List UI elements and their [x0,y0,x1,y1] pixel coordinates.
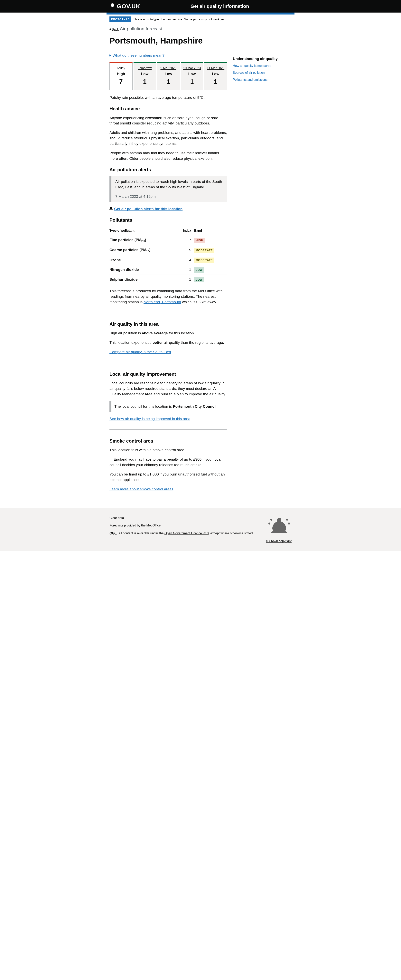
col-index: Index [176,226,194,235]
forecast-tabs: Today High 7 Tomorrow Low 1 9 Mar 2023 L… [109,62,227,90]
phase-banner: PROTOTYPE This is a prototype of a new s… [109,14,292,24]
bell-icon [109,206,113,212]
pollutant-name: Fine particles (PM2.5) [109,235,176,245]
sidebar: Understanding air quality How air qualit… [233,53,292,496]
table-row: Ozone4MODERATE [109,255,227,265]
details-summary[interactable]: What do these numbers mean? [109,53,227,58]
alert-text: Air pollution is expected to reach high … [115,179,224,190]
pollutant-band: LOW [194,275,227,285]
tab-day3[interactable]: 9 Mar 2023 Low 1 [157,62,180,90]
area-heading: Air quality in this area [109,321,227,328]
met-office-link[interactable]: Met Office [146,524,161,527]
health-p3: People with asthma may find they need to… [109,150,227,161]
forecast-credit: Forecasts provided by the Met Office [109,523,253,528]
tab-day5[interactable]: 11 Mar 2023 Low 1 [204,62,227,90]
royal-crest-icon [266,515,292,537]
sidebar-link-sources[interactable]: Sources of air pollution [233,71,265,74]
smoke-p3: You can be fined up to £1,000 if you bur… [109,472,227,482]
site-footer: Clear data Forecasts provided by the Met… [0,508,401,551]
pollutant-index: 5 [176,245,194,255]
crown-icon [109,2,116,11]
govuk-logo[interactable]: GOV.UK [109,2,140,11]
page-title: Portsmouth, Hampshire [109,35,292,47]
tab-today[interactable]: Today High 7 [109,62,133,90]
pollutants-table: Type of pollutant Index Band Fine partic… [109,226,227,285]
pollutant-index: 1 [176,265,194,275]
pollutant-index: 7 [176,235,194,245]
pollutant-name: Ozone [109,255,176,265]
alerts-heading: Air pollution alerts [109,166,227,173]
pollutants-heading: Pollutants [109,216,227,223]
tab-tomorrow[interactable]: Tomorrow Low 1 [133,62,156,90]
page-caption: Air pollution forecast [120,26,162,31]
pollutant-band: LOW [194,265,227,275]
site-header: GOV.UK Get air quality information [0,0,401,13]
col-pollutant: Type of pollutant [109,226,176,235]
licence-text: All content is available under the Open … [119,531,253,536]
tab-day4[interactable]: 10 Mar 2023 Low 1 [181,62,203,90]
section-break [109,363,227,363]
govuk-logotype: GOV.UK [117,2,140,11]
pollutants-footer: This forecast is produced by combining d… [109,288,227,305]
pollutant-index: 1 [176,275,194,285]
smoke-p1: This location falls within a smoke contr… [109,447,227,453]
back-link[interactable]: Back [109,27,119,32]
station-link[interactable]: North end, Portsmouth [144,300,181,304]
licence-link[interactable]: Open Government Licence v3.0 [165,531,209,535]
pollutant-band: HIGH [194,235,227,245]
smoke-link[interactable]: Learn more about smoke control areas [109,487,173,491]
phase-text: This is a prototype of a new service. So… [133,17,225,22]
compare-link[interactable]: Compare air quality in the South East [109,350,171,354]
table-row: Coarse particles (PM10)5MODERATE [109,245,227,255]
phase-tag: PROTOTYPE [109,16,131,22]
alert-time: 7 March 2023 at 4:19pm [115,194,224,199]
pollutant-band: MODERATE [194,255,227,265]
weather-text: Patchy rain possible, with an average te… [109,95,227,100]
pollutant-name: Nitrogen dioxide [109,265,176,275]
smoke-p2: In England you may have to pay a penalty… [109,457,227,468]
header-border [106,13,295,14]
pollutant-name: Sulphur dioxide [109,275,176,285]
sidebar-link-emissions[interactable]: Pollutants and emissions [233,78,268,81]
local-p1: Local councils are responsible for ident… [109,380,227,397]
pollutant-index: 4 [176,255,194,265]
clear-data-link[interactable]: Clear data [109,516,124,520]
copyright-link[interactable]: © Crown copyright [266,539,292,543]
area-p1: High air pollution is above average for … [109,331,227,336]
ogl-icon: OGL [109,531,117,536]
pollutant-band: MODERATE [194,245,227,255]
local-heading: Local air quality improvement [109,371,227,377]
alert-inset: Air pollution is expected to reach high … [109,176,227,202]
health-p2: Adults and children with lung problems, … [109,130,227,146]
health-heading: Health advice [109,105,227,112]
pollutant-name: Coarse particles (PM10) [109,245,176,255]
table-row: Nitrogen dioxide1LOW [109,265,227,275]
col-band: Band [194,226,227,235]
table-row: Fine particles (PM2.5)7HIGH [109,235,227,245]
table-row: Sulphur dioxide1LOW [109,275,227,285]
get-alerts-link[interactable]: Get air pollution alerts for this locati… [109,206,227,212]
sidebar-heading: Understanding air quality [233,56,292,62]
area-p2: This location experiences better air qua… [109,340,227,345]
smoke-heading: Smoke control area [109,438,227,444]
improvement-link[interactable]: See how air quality is being improved in… [109,417,190,421]
sidebar-link-measured[interactable]: How air quality is measured [233,64,271,67]
service-name: Get air quality information [148,3,292,10]
health-p1: Anyone experiencing discomfort such as s… [109,115,227,126]
council-inset: The local council for this location is P… [109,401,227,412]
